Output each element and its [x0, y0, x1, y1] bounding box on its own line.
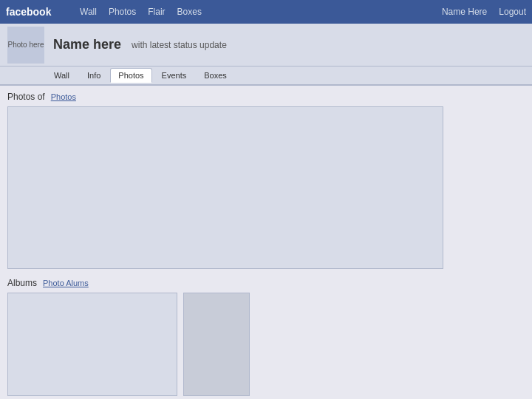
nav-logout[interactable]: Logout [499, 7, 526, 17]
photos-label: Photos of [7, 92, 45, 102]
profile-header: Photo here Name here with latest status … [0, 24, 532, 66]
albums-link[interactable]: Photo Alums [43, 279, 89, 287]
albums-section: Albums Photo Alums [7, 278, 525, 396]
profile-photo: Photo here [7, 27, 44, 64]
photos-link[interactable]: Photos [51, 92, 76, 101]
albums-label: Albums [7, 278, 37, 288]
tab-wall[interactable]: Wall [46, 68, 78, 83]
tab-info[interactable]: Info [79, 68, 109, 83]
photos-display-area [7, 106, 443, 269]
nav-boxes[interactable]: Boxes [177, 7, 202, 17]
albums-header: Albums Photo Alums [7, 278, 525, 288]
brand-logo: facebook [6, 6, 65, 18]
nav-name-here[interactable]: Name Here [442, 7, 487, 17]
profile-name: Name here [53, 37, 121, 52]
main-content: Photos of Photos Albums Photo Alums [0, 86, 532, 399]
sub-navigation: Wall Info Photos Events Boxes [0, 66, 532, 86]
nav-flair[interactable]: Flair [148, 7, 165, 17]
tab-boxes[interactable]: Boxes [196, 68, 235, 83]
right-nav-links: Name Here Logout [442, 7, 526, 17]
top-navigation: facebook Wall Photos Flair Boxes Name He… [0, 0, 532, 24]
album-box-large[interactable] [7, 293, 177, 396]
status-update: with latest status update [132, 40, 227, 50]
album-box-small[interactable] [183, 293, 250, 396]
photos-header: Photos of Photos [7, 92, 525, 102]
nav-photos[interactable]: Photos [109, 7, 136, 17]
photos-section: Photos of Photos [7, 92, 525, 269]
nav-links: Wall Photos Flair Boxes [80, 7, 442, 17]
nav-wall[interactable]: Wall [80, 7, 97, 17]
tab-events[interactable]: Events [154, 68, 195, 83]
albums-display [7, 293, 525, 396]
tab-photos[interactable]: Photos [110, 68, 151, 83]
